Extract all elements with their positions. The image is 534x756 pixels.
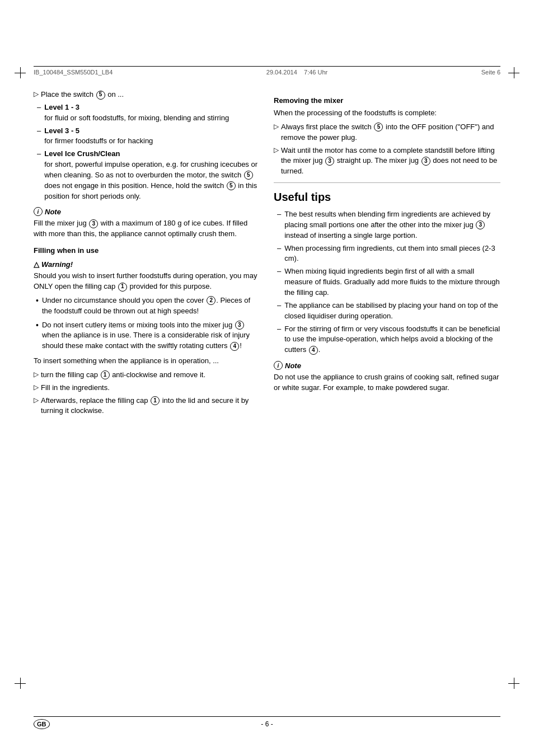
reg-mark-bl [15, 678, 26, 689]
step-3-text: Afterwards, replace the filling cap 1 in… [41, 396, 260, 417]
cn-3-ice: 3 [89, 219, 98, 228]
bullet-1: • Under no circumstance should you open … [34, 295, 260, 317]
reg-mark-tr [508, 67, 519, 78]
operation-intro: To insert something when the appliance i… [34, 356, 260, 367]
cn-3-rem2: 3 [325, 157, 334, 166]
tip-1-text: The best results when blending firm ingr… [284, 209, 500, 241]
info-icon-2: i [274, 361, 283, 370]
switch-intro-text: Place the switch 5 on ... [41, 90, 124, 100]
tip-3-text: When mixing liquid ingredients begin fir… [284, 266, 500, 298]
level-1-3-content: Level 1 - 3 for fluid or soft foodstuffs… [44, 102, 229, 124]
bullet-2: • Do not insert cutlery items or mixing … [34, 320, 260, 352]
gb-badge: GB [34, 719, 50, 729]
reg-mark-tl [15, 67, 26, 78]
header-bar: IB_100484_SSM550D1_LB4 29.04.2014 7:46 U… [34, 66, 500, 76]
note-sugar: i Note Do not use the appliance to crush… [274, 361, 500, 393]
remove-step-1-text: Always first place the switch 5 into the… [281, 122, 500, 143]
level-ice-label: Level Ice Crush/Clean [44, 149, 120, 158]
right-column: Removing the mixer When the processing o… [274, 90, 500, 700]
dash-tip4: – [277, 300, 281, 311]
dash-tip5: – [277, 324, 281, 335]
dash-2: – [37, 126, 41, 137]
dash-tip2: – [277, 243, 281, 254]
step-2-text: Fill in the ingredients. [41, 383, 110, 393]
cn-5-rem1: 5 [374, 123, 383, 132]
remove-step-2-text: Wait until the motor has come to a compl… [281, 145, 500, 177]
tip-5: – For the stirring of firm or very visco… [274, 324, 500, 356]
level-1-3-item: – Level 1 - 3 for fluid or soft foodstuf… [34, 102, 260, 124]
level-1-3-label: Level 1 - 3 [44, 103, 79, 111]
cn-4-tip5: 4 [309, 346, 318, 355]
warning-triangle-icon: △ [34, 260, 39, 269]
level-ice-desc: for short, powerful impulse operation, e… [44, 160, 257, 200]
warning-filling: △ Warning! Should you wish to insert fur… [34, 260, 260, 292]
arrow-rem2: ▷ [274, 145, 279, 155]
note-ice-text: Fill the mixer jug 3 with a maximum of 1… [34, 218, 260, 240]
info-icon-1: i [34, 207, 43, 216]
main-content: ▷ Place the switch 5 on ... – Level 1 - … [34, 90, 500, 700]
warning-text: Should you wish to insert further foodst… [34, 271, 260, 292]
level-1-3-desc: for fluid or soft foodstuffs, for mixing… [44, 114, 229, 122]
arrow-step1: ▷ [34, 370, 39, 379]
bullet-icon-2: • [36, 320, 39, 330]
warning-header: △ Warning! [34, 260, 260, 269]
tip-5-text: For the stirring of firm or very viscous… [284, 324, 500, 356]
header-right: Seite 6 [481, 69, 500, 76]
note-sugar-header: i Note [274, 361, 500, 370]
step-2: ▷ Fill in the ingredients. [34, 383, 260, 393]
note-ice: i Note Fill the mixer jug 3 with a maxim… [34, 207, 260, 240]
tip-3: – When mixing liquid ingredients begin f… [274, 266, 500, 298]
arrow-step2: ▷ [34, 383, 39, 392]
removing-title: Removing the mixer [274, 96, 500, 105]
tip-1: – The best results when blending firm in… [274, 209, 500, 241]
left-column: ▷ Place the switch 5 on ... – Level 1 - … [34, 90, 260, 700]
cn-3-tip1: 3 [476, 220, 485, 229]
cn-3-rem3: 3 [421, 157, 430, 166]
level-ice-item: – Level Ice Crush/Clean for short, power… [34, 149, 260, 201]
bullet-icon-1: • [36, 295, 39, 306]
step-3: ▷ Afterwards, replace the filling cap 1 … [34, 396, 260, 417]
note-sugar-title: Note [285, 361, 301, 370]
arrow-icon: ▷ [34, 90, 39, 99]
tip-2-text: When processing firm ingredients, cut th… [284, 243, 500, 265]
dash-1: – [37, 102, 41, 113]
cn-2-bullet: 2 [207, 296, 216, 305]
cn-5-intro: 5 [96, 91, 105, 100]
footer: GB - 6 - [34, 716, 500, 728]
dash-3: – [37, 149, 41, 159]
dash-tip3: – [277, 266, 281, 277]
cn-5-ice2: 5 [227, 181, 236, 190]
arrow-step3: ▷ [34, 396, 39, 405]
page-number: - 6 - [261, 720, 273, 728]
remove-step-2: ▷ Wait until the motor has come to a com… [274, 145, 500, 177]
cn-1-step3: 1 [151, 396, 160, 405]
remove-step-1: ▷ Always first place the switch 5 into t… [274, 122, 500, 143]
filling-title: Filling when in use [34, 246, 260, 255]
level-3-5-content: Level 3 - 5 for firmer foodstuffs or for… [44, 126, 153, 147]
note-sugar-text: Do not use the appliance to crush grains… [274, 372, 500, 393]
cn-1-step1: 1 [101, 370, 110, 379]
note-ice-title: Note [45, 208, 61, 216]
reg-mark-br [508, 678, 519, 689]
cn-4-bullet: 4 [230, 342, 239, 351]
section-divider [274, 182, 500, 183]
bullet-1-text: Under no circumstance should you open th… [42, 295, 260, 317]
level-ice-content: Level Ice Crush/Clean for short, powerfu… [44, 149, 260, 201]
level-3-5-item: – Level 3 - 5 for firmer foodstuffs or f… [34, 126, 260, 147]
bullet-2-text: Do not insert cutlery items or mixing to… [42, 320, 260, 352]
cn-5-ice: 5 [244, 171, 253, 180]
page: IB_100484_SSM550D1_LB4 29.04.2014 7:46 U… [0, 0, 534, 756]
cn-3-bullet: 3 [235, 321, 244, 330]
useful-tips-title: Useful tips [274, 191, 500, 204]
level-3-5-desc: for firmer foodstuffs or for hacking [44, 137, 153, 145]
note-ice-header: i Note [34, 207, 260, 216]
tip-4-text: The appliance can be stabilised by placi… [284, 300, 500, 322]
switch-intro: ▷ Place the switch 5 on ... [34, 90, 260, 100]
header-center: 29.04.2014 7:46 Uhr [266, 69, 328, 76]
warning-title: Warning! [41, 260, 73, 269]
dash-tip1: – [277, 209, 281, 220]
cn-1-warn: 1 [118, 283, 127, 292]
tip-4: – The appliance can be stabilised by pla… [274, 300, 500, 322]
step-1-text: turn the filling cap 1 anti-clockwise an… [41, 370, 205, 381]
removing-intro: When the processing of the foodstuffs is… [274, 108, 500, 119]
